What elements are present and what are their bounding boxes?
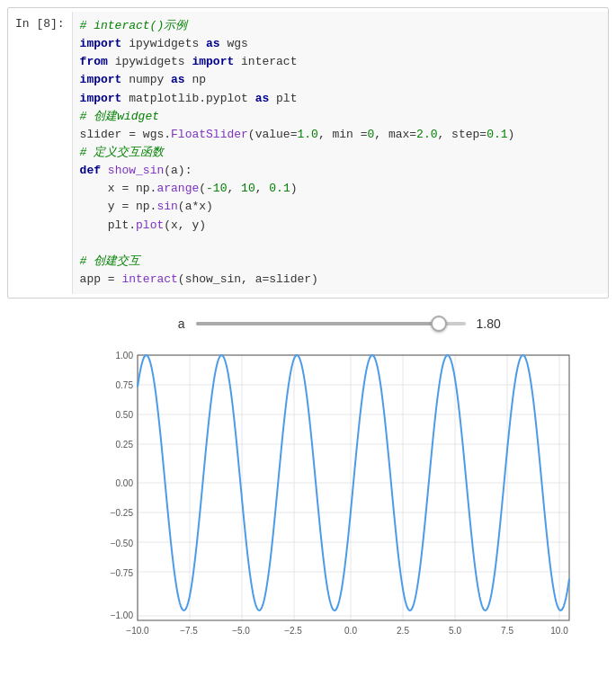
code-line-line1: # interact()示例 [80, 17, 601, 35]
code-cell: In [8]: # interact()示例import ipywidgets … [7, 7, 609, 298]
code-line-line7: slider = wgs.FloatSlider(value=1.0, min … [80, 126, 601, 144]
y-tick-2: 0.75 [115, 380, 133, 390]
code-line-line9: def show_sin(a): [80, 162, 601, 180]
x-tick-8: 7.5 [501, 626, 513, 636]
x-tick-7: 5.0 [449, 626, 461, 636]
y-tick-5: 0.00 [115, 478, 133, 488]
y-tick-6: −0.25 [110, 508, 133, 518]
code-line-line15: app = interact(show_sin, a=slider) [80, 271, 601, 289]
code-line-line8: # 定义交互函数 [80, 144, 601, 162]
cell-label: In [8]: [8, 12, 72, 31]
slider-fill [196, 322, 439, 325]
x-tick-6: 2.5 [397, 626, 409, 636]
slider-thumb[interactable] [431, 316, 447, 332]
slider-row: a 1.80 [70, 306, 609, 338]
output-area: a 1.80 1.00 0.75 0.50 0.25 0.00 −0.25 −0… [70, 306, 609, 651]
y-tick-8: −0.75 [110, 568, 133, 578]
slider-value: 1.80 [477, 316, 513, 331]
slider-label: a [167, 316, 185, 331]
slider-track-wrapper[interactable] [196, 315, 466, 333]
x-tick-3: −5.0 [232, 626, 250, 636]
plot-svg: 1.00 0.75 0.50 0.25 0.00 −0.25 −0.50 −0.… [88, 342, 592, 647]
code-line-line14: # 创建交互 [80, 253, 601, 271]
code-line-line6: # 创建widget [80, 108, 601, 126]
code-line-line10: x = np.arange(-10, 10, 0.1) [80, 180, 601, 198]
y-tick-1: 1.00 [115, 351, 133, 361]
code-line-line2: import ipywidgets as wgs [80, 35, 601, 53]
code-line-line12: plt.plot(x, y) [80, 217, 601, 235]
x-tick-4: −2.5 [284, 626, 302, 636]
y-tick-4: 0.25 [115, 440, 133, 450]
code-line-line5: import matplotlib.pyplot as plt [80, 90, 601, 108]
code-line-line3: from ipywidgets import interact [80, 53, 601, 71]
x-tick-5: 0.0 [344, 626, 357, 636]
code-line-line13 [80, 235, 601, 253]
cell-code-content: # interact()示例import ipywidgets as wgsfr… [72, 12, 608, 294]
x-tick-1: −10.0 [126, 626, 149, 636]
plot-container: 1.00 0.75 0.50 0.25 0.00 −0.25 −0.50 −0.… [70, 338, 609, 651]
x-tick-9: 10.0 [550, 626, 568, 636]
y-tick-3: 0.50 [115, 410, 133, 420]
sin-wave [138, 355, 569, 610]
code-line-line11: y = np.sin(a*x) [80, 198, 601, 216]
x-tick-2: −7.5 [180, 626, 198, 636]
code-line-line4: import numpy as np [80, 71, 601, 89]
y-tick-9: −1.00 [110, 610, 133, 620]
slider-track[interactable] [196, 322, 466, 325]
y-tick-7: −0.50 [110, 539, 133, 548]
